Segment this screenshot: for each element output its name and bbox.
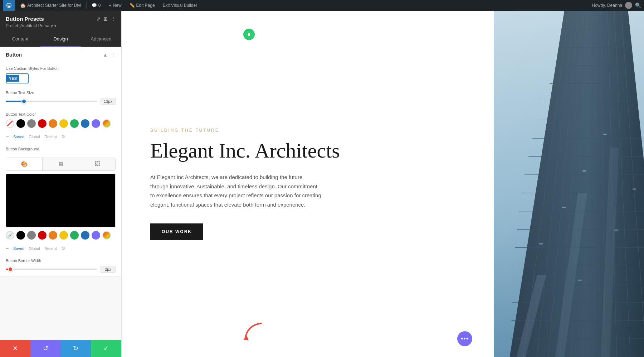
save-icon: ✓ <box>103 344 109 352</box>
bg-tab-image[interactable]: 🖼 <box>79 158 115 170</box>
panel-preset[interactable]: Preset: Architect Primary ▾ <box>6 23 116 28</box>
custom-swatch[interactable] <box>102 119 111 128</box>
search-icon[interactable]: 🔍 <box>635 3 641 8</box>
eyelet-marker[interactable] <box>243 29 255 40</box>
redo-button[interactable]: ↻ <box>61 340 91 357</box>
slider-thumb[interactable] <box>21 99 26 104</box>
bg-color-swatches: 💉 <box>6 231 116 240</box>
purple-dots-button[interactable]: ••• <box>457 331 472 346</box>
bg-global-label[interactable]: Global <box>29 246 40 251</box>
our-work-button[interactable]: OUR WORK <box>150 223 203 240</box>
eyedropper-icon[interactable]: 💉 <box>6 231 14 240</box>
right-content: BUILDING THE FUTURE Elegant Inc. Archite… <box>122 11 644 357</box>
bg-blue-swatch[interactable] <box>81 231 89 240</box>
admin-bar: W 🏠 Architect Starter Site for Divi 💬 0 … <box>0 0 644 11</box>
bg-dots-icon[interactable]: ··· <box>6 245 9 252</box>
new-link[interactable]: + New <box>106 0 124 11</box>
recent-label[interactable]: Recent <box>44 135 57 139</box>
blue-swatch[interactable] <box>81 119 89 128</box>
preset-label: Preset: Architect Primary <box>6 23 53 28</box>
svg-rect-40 <box>603 134 606 135</box>
bg-color-preview[interactable] <box>6 174 116 227</box>
bg-green-swatch[interactable] <box>70 231 79 240</box>
admin-bar-right: Howdy, Deanna 🔍 <box>592 2 641 9</box>
text-color-label: Button Text Color <box>6 112 116 116</box>
more-options-icon[interactable]: ⋮ <box>111 52 116 58</box>
bg-purple-swatch[interactable] <box>92 231 100 240</box>
svg-rect-41 <box>578 280 581 281</box>
bg-yellow-swatch[interactable] <box>59 231 68 240</box>
undo-button[interactable]: ↺ <box>30 340 61 357</box>
svg-rect-37 <box>539 243 543 245</box>
black-swatch[interactable] <box>16 119 25 128</box>
transparent-swatch[interactable] <box>6 119 14 128</box>
gear-icon[interactable]: ⚙ <box>61 134 65 139</box>
bg-orange-swatch[interactable] <box>49 231 57 240</box>
border-width-value[interactable]: 2px <box>101 266 116 273</box>
border-slider-row: 2px <box>6 266 116 273</box>
text-size-slider[interactable] <box>6 101 97 102</box>
border-width-slider[interactable] <box>6 269 97 270</box>
dots-icon[interactable]: ··· <box>6 133 9 140</box>
tab-design[interactable]: Design <box>40 32 81 47</box>
section-header[interactable]: Button ▲ ⋮ <box>0 47 121 63</box>
bg-red-swatch[interactable] <box>38 231 47 240</box>
preview-content: BUILDING THE FUTURE Elegant Inc. Archite… <box>122 11 644 357</box>
site-name[interactable]: 🏠 Architect Starter Site for Divi <box>17 0 84 11</box>
text-size-value[interactable]: 13px <box>101 98 116 105</box>
panel-tabs: Content Design Advanced <box>0 32 121 47</box>
undo-icon: ↺ <box>43 344 48 352</box>
main-layout: Button Presets ⤢ ⊞ ⋮ Preset: Architect P… <box>0 11 644 357</box>
wp-logo[interactable]: W <box>3 0 15 11</box>
tab-advanced[interactable]: Advanced <box>81 32 121 47</box>
green-swatch[interactable] <box>70 119 79 128</box>
preview-left: BUILDING THE FUTURE Elegant Inc. Archite… <box>122 11 494 357</box>
image-icon: 🖼 <box>95 161 100 167</box>
columns-icon[interactable]: ⊞ <box>103 16 108 22</box>
svg-rect-38 <box>562 207 566 208</box>
toggle-yes-label: YES <box>6 75 19 82</box>
bg-tabs: 🎨 ▦ 🖼 <box>6 158 116 171</box>
bg-gear-icon[interactable]: ⚙ <box>61 246 65 251</box>
global-label[interactable]: Global <box>29 135 40 139</box>
slider-row: 13px <box>6 98 116 105</box>
text-size-label: Button Text Size <box>6 91 116 95</box>
toggle-knob <box>20 75 27 82</box>
purple-swatch[interactable] <box>92 119 100 128</box>
orange-swatch[interactable] <box>49 119 57 128</box>
text-color-swatches <box>6 119 116 128</box>
button-section: Button ▲ ⋮ Use Custom Styles For Button … <box>0 47 121 277</box>
collapse-icon[interactable]: ▲ <box>103 52 108 58</box>
comments-link[interactable]: 💬 0 <box>89 0 104 11</box>
edit-page-link[interactable]: ✏️ Edit Page <box>127 0 158 11</box>
color-fill-icon: 🎨 <box>21 161 28 167</box>
maximize-icon[interactable]: ⤢ <box>96 16 101 22</box>
save-button[interactable]: ✓ <box>91 340 121 357</box>
bg-tab-color[interactable]: 🎨 <box>6 158 43 170</box>
svg-text:W: W <box>8 4 11 8</box>
custom-styles-toggle[interactable]: YES <box>6 73 29 83</box>
bg-color-meta: ··· Saved Global Recent ⚙ <box>0 243 121 255</box>
avatar[interactable] <box>625 2 632 9</box>
more-icon[interactable]: ⋮ <box>111 16 116 22</box>
bg-recent-label[interactable]: Recent <box>44 246 57 251</box>
cancel-icon: ✕ <box>13 344 18 352</box>
bg-tab-gradient[interactable]: ▦ <box>43 158 79 170</box>
bg-gray-swatch[interactable] <box>27 231 36 240</box>
border-slider-thumb[interactable] <box>8 267 13 272</box>
cancel-button[interactable]: ✕ <box>0 340 30 357</box>
border-width-label: Button Border Width <box>6 259 116 263</box>
svg-rect-39 <box>582 170 586 172</box>
bg-saved-label[interactable]: Saved <box>13 246 24 251</box>
saved-label[interactable]: Saved <box>13 135 24 139</box>
bg-custom-swatch[interactable] <box>102 231 111 240</box>
exit-vb-link[interactable]: Exit Visual Builder <box>160 0 200 11</box>
left-panel: Button Presets ⤢ ⊞ ⋮ Preset: Architect P… <box>0 11 122 357</box>
hero-title: Elegant Inc. Architects <box>150 139 472 162</box>
bg-black-swatch[interactable] <box>16 231 25 240</box>
red-swatch[interactable] <box>38 119 47 128</box>
gray-swatch[interactable] <box>27 119 36 128</box>
tab-content[interactable]: Content <box>0 32 40 47</box>
yellow-swatch[interactable] <box>59 119 68 128</box>
text-size-field: Button Text Size 13px <box>0 87 121 108</box>
